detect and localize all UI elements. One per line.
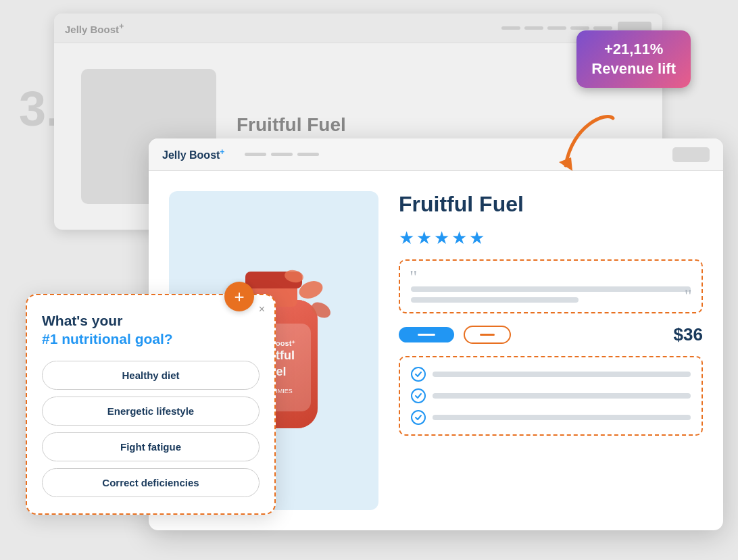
secondary-btn-icon [480,334,495,336]
quiz-title: What's your #1 nutritional goal? [42,311,260,349]
product-stars: ★★★★★ [399,228,703,249]
check-line-1 [433,372,691,377]
product-price: $36 [674,324,703,345]
revenue-line1: +21,11% [591,40,676,59]
quiz-plus-icon: + [224,282,254,311]
cart-row: $36 [399,324,703,345]
add-to-cart-icon [418,334,435,336]
bg-browser-bar: Jelly Boost+ [54,14,662,43]
quote-box: " " [399,259,703,313]
quiz-option-energetic-lifestyle[interactable]: Energetic lifestyle [42,397,260,426]
quote-mark-left-icon: " [410,268,417,286]
fg-nav-dots [245,153,319,156]
bg-nav-dots [501,26,612,30]
quote-mark-right-icon: " [685,286,692,305]
quiz-close-button[interactable]: × [259,303,265,315]
quiz-modal: + × What's your #1 nutritional goal? Hea… [26,294,276,515]
check-icon-3 [411,410,426,425]
check-icon-1 [411,367,426,382]
checklist-box [399,356,703,436]
check-item-3 [411,410,691,425]
product-details-panel: Fruitful Fuel ★★★★★ " " $36 [399,191,703,510]
revenue-badge: +21,11% Revenue lift [576,30,691,88]
quote-line-2 [411,297,579,303]
arrow-icon [552,98,633,179]
secondary-cart-button[interactable] [464,326,511,344]
quiz-option-correct-deficiencies[interactable]: Correct deficiencies [42,468,260,497]
quiz-title-highlight: #1 nutritional goal? [42,331,173,347]
quote-lines [411,286,691,303]
fg-browser-btn [672,147,710,162]
check-line-3 [433,415,691,420]
check-item-1 [411,367,691,382]
fg-brand-name: Jelly Boost+ [162,147,224,161]
quiz-option-fight-fatigue[interactable]: Fight fatigue [42,432,260,461]
fg-browser-bar: Jelly Boost+ [149,138,723,171]
check-item-2 [411,388,691,403]
bg-brand-name: Jelly Boost+ [65,22,124,35]
check-line-2 [433,393,691,399]
add-to-cart-button[interactable] [399,327,454,342]
revenue-line2: Revenue lift [591,59,676,79]
check-icon-2 [411,388,426,403]
quiz-option-healthy-diet[interactable]: Healthy diet [42,361,260,390]
quiz-options-list: Healthy diet Energetic lifestyle Fight f… [42,361,260,497]
product-title: Fruitful Fuel [399,191,703,217]
quote-line-1 [411,286,691,292]
